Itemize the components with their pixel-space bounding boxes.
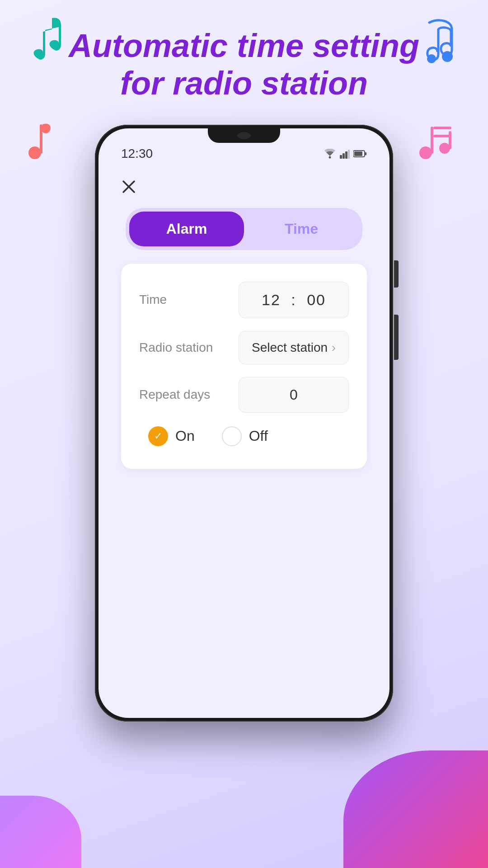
- repeat-days-value-field[interactable]: 0: [239, 377, 349, 413]
- repeat-days-row: Repeat days 0: [139, 377, 349, 413]
- alarm-form-card: Time 12 : 00 Radio station: [121, 264, 367, 469]
- time-row: Time 12 : 00: [139, 282, 349, 318]
- toggle-on-option[interactable]: ✓ On: [148, 426, 195, 446]
- status-time: 12:30: [121, 146, 153, 161]
- toggle-row: ✓ On Off: [139, 422, 349, 451]
- background-blob-right: [343, 750, 488, 868]
- chevron-right-icon: ›: [332, 340, 336, 355]
- time-hour: 12: [262, 291, 281, 308]
- signal-icon: [340, 149, 350, 159]
- select-station-field[interactable]: Select station ›: [239, 331, 349, 364]
- phone-mockup: 12:30: [0, 125, 488, 722]
- status-icons: [324, 149, 367, 159]
- svg-rect-17: [365, 152, 366, 155]
- time-value-field[interactable]: 12 : 00: [239, 282, 349, 318]
- header: Automatic time setting for radio station: [0, 0, 488, 116]
- tab-switcher: Alarm Time: [126, 208, 362, 250]
- tab-time[interactable]: Time: [244, 212, 359, 246]
- phone-frame: 12:30: [95, 125, 393, 722]
- radio-station-label: Radio station: [139, 340, 239, 355]
- repeat-days-label: Repeat days: [139, 387, 239, 402]
- svg-rect-13: [345, 151, 347, 159]
- svg-rect-12: [343, 153, 345, 159]
- page-title: Automatic time setting for radio station: [36, 27, 452, 102]
- volume-button: [394, 315, 399, 360]
- phone-notch: [208, 128, 280, 143]
- background-blob-left: [0, 796, 81, 868]
- select-station-text: Select station: [252, 340, 328, 355]
- time-display: 12 : 00: [262, 291, 326, 309]
- time-label: Time: [139, 292, 239, 307]
- repeat-days-value: 0: [290, 387, 298, 403]
- toggle-on-label: On: [175, 428, 195, 444]
- wifi-icon: [324, 149, 336, 159]
- phone-screen: 12:30: [99, 128, 389, 718]
- radio-station-row: Radio station Select station ›: [139, 331, 349, 364]
- app-content: Alarm Time Time 12 :: [99, 165, 389, 478]
- time-separator: :: [291, 291, 296, 308]
- toggle-off-label: Off: [249, 428, 268, 444]
- checkmark-icon: ✓: [154, 430, 162, 442]
- svg-rect-14: [348, 150, 350, 159]
- svg-rect-11: [340, 155, 342, 159]
- close-button[interactable]: [117, 175, 141, 199]
- time-minute: 00: [307, 291, 326, 308]
- toggle-off-option[interactable]: Off: [222, 426, 268, 446]
- svg-rect-16: [354, 151, 362, 156]
- tab-alarm[interactable]: Alarm: [129, 212, 244, 246]
- power-button: [394, 260, 399, 288]
- radio-on-circle: ✓: [148, 426, 168, 446]
- radio-off-circle: [222, 426, 242, 446]
- battery-icon: [353, 150, 367, 158]
- svg-point-10: [329, 156, 331, 158]
